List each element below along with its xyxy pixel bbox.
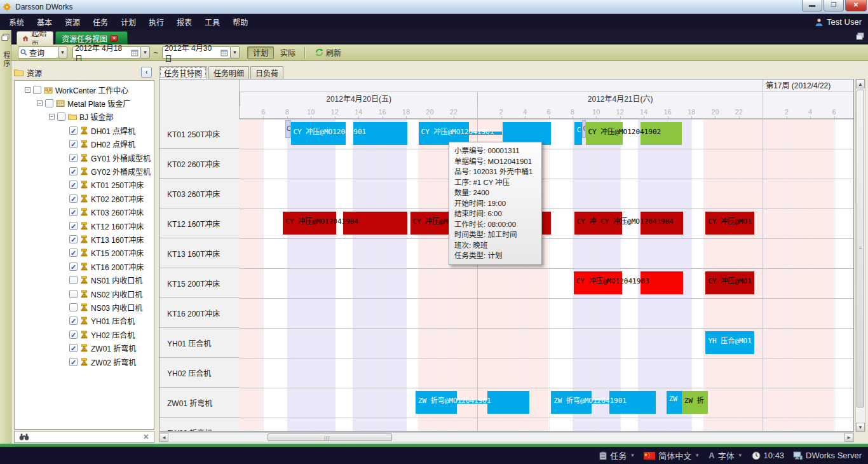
binoculars-icon[interactable] — [19, 433, 29, 440]
tree-checkbox[interactable]: ✓ — [69, 181, 78, 189]
tree-checkbox[interactable]: ✓ — [69, 154, 78, 162]
tree-checkbox[interactable]: ✓ — [69, 331, 78, 339]
vscroll-thumb[interactable]: ≡ — [857, 90, 864, 407]
status-item-clipboard[interactable]: 任务▼ — [599, 449, 635, 461]
tree-checkbox[interactable]: ✓ — [69, 222, 78, 230]
scroll-left-icon[interactable]: ◄ — [159, 433, 168, 442]
maximize-button[interactable]: ❐ — [824, 0, 844, 11]
tree-node-yh02[interactable]: ✓YH02 压合机 — [69, 329, 135, 340]
gantt-horizontal-scrollbar[interactable]: ◄ ||| ► — [159, 432, 854, 442]
collapsed-panel-strip[interactable]: 程序 — [0, 30, 11, 444]
calendar-icon[interactable] — [220, 49, 228, 57]
tree-node-kt02[interactable]: ✓KT02 260T冲床 — [69, 193, 144, 204]
gantt-vertical-scrollbar[interactable]: ▲ ≡ ▼ — [855, 79, 865, 432]
tab-gantt-chart[interactable]: 任务甘特图 — [159, 66, 207, 79]
tab-close-icon[interactable]: × — [111, 35, 118, 42]
plan-toggle-button[interactable]: 计划 — [247, 46, 274, 59]
tree-expander-icon[interactable]: − — [49, 114, 55, 119]
chevron-down-icon[interactable]: ▼ — [630, 453, 635, 458]
tree-checkbox[interactable] — [57, 113, 65, 121]
minimize-button[interactable]: ▬ — [802, 0, 822, 11]
windows-icon[interactable] — [856, 32, 864, 40]
tree-node-kt15[interactable]: ✓KT15 200T冲床 — [69, 247, 144, 259]
menu-item-0[interactable]: 系统 — [3, 17, 31, 27]
tree-node-kt01[interactable]: ✓KT01 250T冲床 — [69, 179, 144, 191]
refresh-button[interactable]: 刷新 — [310, 46, 346, 59]
tree-checkbox[interactable]: ✓ — [69, 344, 78, 352]
tree-checkbox[interactable]: ✓ — [69, 140, 78, 148]
tree-node-workcenter[interactable]: −WorkCenter 工作中心 — [25, 84, 128, 95]
date-to-field[interactable]: 2012年 4月30日 — [162, 46, 231, 58]
tree-node-ns02[interactable]: NS02 内收口机 — [69, 288, 142, 299]
search-input[interactable]: 查询 — [18, 46, 58, 58]
menu-item-8[interactable]: 帮助 — [226, 17, 254, 27]
calendar-icon[interactable] — [131, 49, 139, 57]
shift-stripe — [418, 358, 478, 388]
tree-node-kt13[interactable]: ✓KT13 160T冲床 — [69, 233, 144, 245]
chevron-down-icon[interactable]: ▼ — [695, 453, 700, 458]
menu-item-1[interactable]: 基本 — [31, 17, 58, 27]
date-to-dropdown-icon[interactable]: ▼ — [231, 46, 240, 58]
menu-item-4[interactable]: 计划 — [114, 17, 142, 27]
tree-node-kt12[interactable]: ✓KT12 160T冲床 — [69, 220, 144, 231]
tree-checkbox[interactable]: ✓ — [69, 126, 78, 135]
tree-expander-icon[interactable]: − — [37, 100, 43, 106]
collapse-panel-button[interactable]: ‹ — [141, 67, 152, 78]
status-item-font[interactable]: A字体▼ — [709, 449, 742, 461]
tree-checkbox[interactable]: ✓ — [69, 167, 78, 175]
tree-node-label: Metal Plate 钣金厂 — [67, 98, 130, 109]
hscroll-thumb[interactable]: ||| — [268, 433, 392, 441]
tree-checkbox[interactable]: ✓ — [69, 208, 78, 216]
tree-node-metal[interactable]: −Metal Plate 钣金厂 — [37, 97, 130, 109]
menu-item-3[interactable]: 任务 — [86, 17, 114, 27]
menu-item-2[interactable]: 资源 — [58, 17, 86, 27]
tree-node-zw02[interactable]: ✓ZW02 折弯机 — [69, 356, 136, 367]
tree-checkbox[interactable] — [69, 290, 78, 298]
actual-toggle-button[interactable]: 实际 — [275, 46, 301, 59]
tree-node-gy01[interactable]: ✓GY01 外桶成型机 — [69, 152, 151, 163]
tree-checkbox[interactable] — [33, 86, 41, 94]
tab-home[interactable]: 起始页 — [17, 31, 53, 44]
user-box[interactable]: Test User — [815, 14, 862, 30]
tree-node-kt03[interactable]: ✓KT03 260T冲床 — [69, 207, 144, 218]
tree-checkbox[interactable]: ✓ — [69, 249, 78, 257]
tree-node-yh01[interactable]: ✓YH01 压合机 — [69, 315, 135, 327]
tree-node-gy02[interactable]: ✓GY02 外桶成型机 — [69, 165, 151, 177]
scroll-up-icon[interactable]: ▲ — [856, 79, 865, 88]
tree-node-label: BJ 钣金部 — [79, 111, 113, 122]
tree-checkbox[interactable]: ✓ — [69, 235, 78, 243]
tree-checkbox[interactable]: ✓ — [69, 194, 78, 203]
actual-label: 实际 — [280, 47, 295, 58]
tree-checkbox[interactable]: ✓ — [69, 358, 78, 366]
tree-checkbox[interactable] — [69, 303, 78, 311]
tree-node-bj[interactable]: −BJ 钣金部 — [49, 111, 113, 123]
tree-node-dh01[interactable]: ✓DH01 点焊机 — [69, 125, 135, 136]
tree-checkbox[interactable] — [69, 276, 78, 284]
status-item-flag[interactable]: 简体中文▼ — [644, 449, 700, 461]
shift-stripe — [703, 418, 763, 432]
search-dropdown-icon[interactable]: ▼ — [58, 46, 67, 58]
clear-search-icon[interactable]: × — [144, 432, 149, 442]
scroll-right-icon[interactable]: ► — [844, 433, 853, 442]
chevron-down-icon[interactable]: ▼ — [738, 453, 743, 458]
tree-expander-icon[interactable]: − — [25, 87, 31, 93]
hour-tick-label: 14 — [349, 108, 368, 116]
close-button[interactable]: ✕ — [845, 0, 867, 11]
tree-node-ns01[interactable]: NS01 内收口机 — [69, 275, 142, 286]
tab-daily-load[interactable]: 日负荷 — [250, 66, 283, 79]
tree-node-kt16[interactable]: ✓KT16 200T冲床 — [69, 261, 144, 272]
tree-node-zw01[interactable]: ✓ZW01 折弯机 — [69, 343, 136, 354]
date-from-dropdown-icon[interactable]: ▼ — [141, 46, 150, 58]
tree-node-label: KT16 200T冲床 — [91, 261, 144, 272]
menu-item-5[interactable]: 执行 — [142, 17, 170, 27]
menu-item-7[interactable]: 工具 — [198, 17, 226, 27]
tab-task-detail[interactable]: 任务明细 — [208, 66, 249, 79]
tree-checkbox[interactable]: ✓ — [69, 263, 78, 271]
tree-checkbox[interactable] — [45, 99, 53, 107]
menu-item-6[interactable]: 报表 — [170, 17, 198, 27]
date-from-field[interactable]: 2012年 4月18日 — [72, 46, 141, 58]
tree-node-dh02[interactable]: ✓DH02 点焊机 — [69, 139, 135, 150]
tree-checkbox[interactable]: ✓ — [69, 317, 78, 325]
scroll-down-icon[interactable]: ▼ — [856, 423, 865, 432]
tree-node-ns03[interactable]: NS03 内收口机 — [69, 301, 142, 313]
